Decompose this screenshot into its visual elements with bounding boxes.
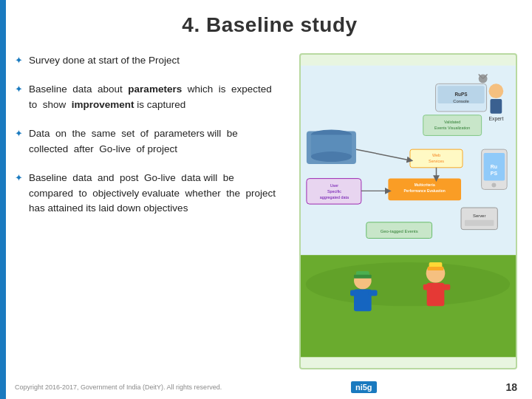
title-area: 4. Baseline study (22, 13, 517, 37)
bullet-text-2: Baseline data about parameters which is … (29, 82, 280, 113)
svg-rect-47 (350, 290, 359, 296)
svg-text:Services: Services (429, 159, 444, 163)
left-accent-bar (0, 0, 6, 399)
bullet-diamond-2: ✦ (15, 83, 23, 95)
svg-text:Server: Server (473, 214, 485, 218)
svg-rect-14 (490, 99, 502, 114)
bullet-diamond-1: ✦ (15, 55, 23, 66)
svg-text:aggregated data: aggregated data (320, 195, 349, 200)
bullet-text-1: Survey done at start of the Project (29, 53, 180, 69)
svg-point-13 (489, 83, 504, 98)
bullet-item-4: ✦ Baseline data and post Go-live data wi… (15, 171, 280, 217)
svg-text:Specific: Specific (327, 189, 341, 194)
svg-rect-50 (354, 275, 372, 279)
svg-text:RuPS: RuPS (454, 92, 468, 97)
bullet-text-4: Baseline data and post Go-live data will… (29, 171, 280, 217)
logo-badge: ni5g (351, 381, 377, 393)
svg-rect-56 (428, 267, 444, 270)
svg-rect-32 (461, 208, 497, 230)
bullet-item-3: ✦ Data on the same set of parameters wil… (15, 126, 280, 157)
svg-rect-53 (423, 284, 432, 290)
svg-text:Events Visualization: Events Visualization (434, 126, 470, 130)
svg-text:Validated: Validated (444, 120, 460, 124)
svg-point-8 (311, 151, 352, 162)
svg-point-39 (491, 183, 496, 188)
svg-rect-48 (369, 290, 378, 296)
svg-text:User: User (330, 183, 339, 188)
svg-rect-54 (441, 284, 450, 290)
diagram-svg: Data Repository RuPS Console Expert Vali… (301, 55, 516, 368)
svg-text:Performance Evaluation: Performance Evaluation (404, 189, 446, 193)
footer: Copyright 2016-2017, Government of India… (15, 381, 517, 393)
logo-text: ni5g (355, 383, 372, 392)
diagram-column: Data Repository RuPS Console Expert Vali… (299, 53, 517, 369)
text-column: ✦ Survey done at start of the Project ✦ … (15, 53, 287, 369)
page-title: 4. Baseline study (22, 13, 517, 37)
svg-text:Multicriteria: Multicriteria (415, 183, 435, 187)
svg-text:Expert: Expert (488, 116, 503, 122)
copyright-text: Copyright 2016-2017, Government of India… (15, 383, 222, 391)
bullet-text-3: Data on the same set of parameters will … (29, 126, 280, 157)
bullet-diamond-4: ✦ (15, 172, 23, 183)
svg-text:Geo-tagged Events: Geo-tagged Events (381, 229, 418, 233)
bullet-item-1: ✦ Survey done at start of the Project (15, 53, 280, 69)
svg-text:Web: Web (432, 153, 440, 157)
page-number: 18 (505, 381, 517, 393)
bullet-diamond-3: ✦ (15, 128, 23, 139)
svg-point-2 (306, 262, 510, 306)
svg-text:PS: PS (491, 171, 498, 176)
svg-rect-34 (465, 220, 494, 226)
svg-text:Console: Console (453, 99, 469, 103)
svg-text:Ru: Ru (491, 164, 497, 169)
bullet-item-2: ✦ Baseline data about parameters which i… (15, 82, 280, 113)
bold-parameters: parameters (128, 83, 182, 95)
content-area: ✦ Survey done at start of the Project ✦ … (15, 53, 517, 369)
bold-improvement: improvement (72, 99, 134, 110)
footer-logo: ni5g (351, 381, 377, 393)
